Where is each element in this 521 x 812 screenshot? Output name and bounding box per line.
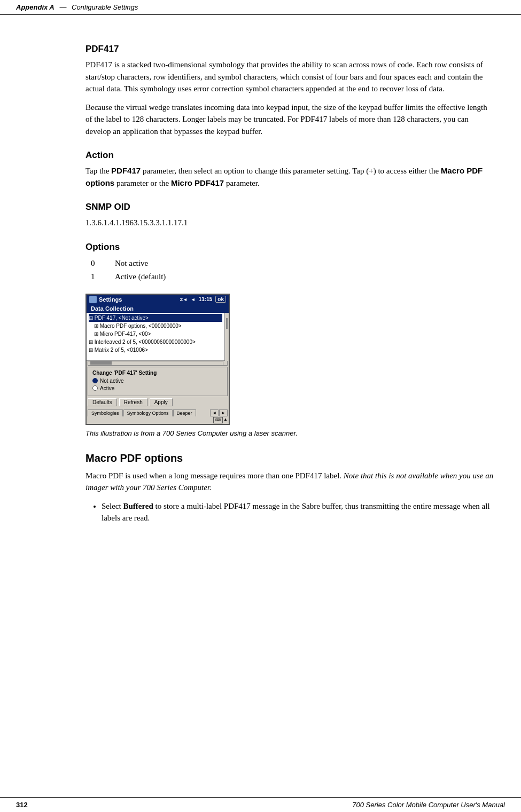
action-text-before: Tap the xyxy=(85,167,111,175)
signal-icon: ≠◄ xyxy=(180,297,188,302)
options-heading: Options xyxy=(85,242,494,253)
appendix-text: Appendix A xyxy=(16,3,55,11)
screen-time: 11:15 xyxy=(199,296,213,302)
radio-active-indicator xyxy=(92,385,98,391)
tab-symbology-options[interactable]: Symbology Options xyxy=(123,409,173,416)
action-bold1: PDF417 xyxy=(111,166,141,175)
scrollbar-thumb xyxy=(226,318,228,329)
option-1-desc: Active (default) xyxy=(115,270,166,284)
vertical-scrollbar[interactable] xyxy=(224,313,229,361)
radio-active-label: Active xyxy=(100,385,114,391)
horizontal-scrollbar[interactable] xyxy=(88,361,223,365)
settings-panel: Change 'PDF 417' Setting Not active Acti… xyxy=(88,367,228,396)
settings-panel-title: Change 'PDF 417' Setting xyxy=(92,370,223,376)
tree-item-3[interactable]: ⊞ Interleaved 2 of 5, <00000060000000000… xyxy=(89,338,222,346)
h-scrollbar-thumb xyxy=(90,361,112,365)
titlebar-left: Settings xyxy=(89,296,122,303)
macro-pdf-text-before: Macro PDF is used when a long message re… xyxy=(85,471,344,480)
refresh-button[interactable]: Refresh xyxy=(119,398,147,406)
tree-item-0[interactable]: ⊟ PDF 417, <Not active> xyxy=(89,314,222,322)
option-0: 0 Not active xyxy=(91,257,494,271)
action-text: Tap the PDF417 parameter, then select an… xyxy=(85,165,494,189)
keyboard-icon[interactable]: ⌨ xyxy=(213,417,223,423)
radio-not-active-label: Not active xyxy=(100,378,123,384)
option-0-desc: Not active xyxy=(115,257,148,271)
tree-item-4[interactable]: ⊞ Matrix 2 of 5, <01006> xyxy=(89,346,222,354)
tab-bar: Symbologies Symbology Options Beeper ◄ ► xyxy=(88,408,228,416)
pdf417-para2: Because the virtual wedge translates inc… xyxy=(85,101,494,138)
option-0-value: 0 xyxy=(91,257,104,271)
pdf417-heading: PDF417 xyxy=(85,44,494,54)
bullet-before: Select xyxy=(102,502,123,510)
defaults-button[interactable]: Defaults xyxy=(88,398,117,406)
macro-pdf-para1: Macro PDF is used when a long message re… xyxy=(85,470,494,494)
radio-not-active-indicator xyxy=(92,378,98,383)
bullet-after: to store a multi-label PDF417 message in… xyxy=(102,502,490,523)
action-text-mid1: parameter, then select an option to chan… xyxy=(141,167,441,175)
tree-item-1[interactable]: ⊞ Macro PDF options, <000000000> xyxy=(94,322,222,330)
screen-titlebar: Settings ≠◄ ◄ 11:15 ok xyxy=(87,295,229,304)
settings-icon xyxy=(89,296,97,303)
header-dash: — xyxy=(59,3,66,11)
volume-icon: ◄ xyxy=(191,297,196,302)
tab-symbologies[interactable]: Symbologies xyxy=(88,409,123,416)
macro-pdf-heading: Macro PDF options xyxy=(85,452,494,464)
tree-item-2[interactable]: ⊞ Micro PDF-417, <00> xyxy=(94,330,222,338)
header-appendix-label: Appendix A — Configurable Settings xyxy=(16,3,138,11)
action-bold3: Micro PDF417 xyxy=(171,178,224,187)
tab-prev-arrow[interactable]: ◄ xyxy=(210,409,219,416)
option-1-value: 1 xyxy=(91,270,104,284)
tab-nav-arrows: ◄ ► xyxy=(210,409,228,416)
pdf417-para1: PDF417 is a stacked two-dimensional symb… xyxy=(85,59,494,95)
data-collection-header: Data Collection xyxy=(87,304,229,313)
screenshot-container: Settings ≠◄ ◄ 11:15 ok Data Collection ⊟… xyxy=(85,294,494,437)
device-screen: Settings ≠◄ ◄ 11:15 ok Data Collection ⊟… xyxy=(85,294,230,425)
tree-scroll-container: ⊟ PDF 417, <Not active> ⊞ Macro PDF opti… xyxy=(87,313,229,361)
bullet-bold: Buffered xyxy=(123,502,153,510)
ok-button[interactable]: ok xyxy=(215,296,226,303)
header-section: Configurable Settings xyxy=(72,3,138,11)
snmp-value: 1.3.6.1.4.1.1963.15.3.3.1.1.17.1 xyxy=(85,217,494,229)
tree-list[interactable]: ⊟ PDF 417, <Not active> ⊞ Macro PDF opti… xyxy=(87,313,224,361)
options-table: 0 Not active 1 Active (default) xyxy=(91,257,494,284)
radio-active[interactable]: Active xyxy=(92,385,223,391)
macro-pdf-bullets: Select Buffered to store a multi-label P… xyxy=(102,500,494,524)
action-text-mid2: parameter or the xyxy=(114,179,171,187)
option-1: 1 Active (default) xyxy=(91,270,494,284)
snmp-heading: SNMP OID xyxy=(85,202,494,212)
footer-book-title: 700 Series Color Mobile Computer User's … xyxy=(352,801,505,809)
keyboard-arrow[interactable]: ▲ xyxy=(223,417,228,423)
footer: 312 700 Series Color Mobile Computer Use… xyxy=(0,797,521,812)
action-heading: Action xyxy=(85,150,494,161)
screenshot-caption: This illustration is from a 700 Series C… xyxy=(85,429,298,437)
tab-next-arrow[interactable]: ► xyxy=(219,409,228,416)
radio-not-active[interactable]: Not active xyxy=(92,378,223,384)
apply-button[interactable]: Apply xyxy=(150,398,173,406)
titlebar-right: ≠◄ ◄ 11:15 ok xyxy=(180,296,226,303)
bottom-toolbar: ⌨ ▲ xyxy=(87,416,229,424)
action-text-end: parameter. xyxy=(224,179,260,187)
buttons-row: Defaults Refresh Apply xyxy=(88,398,228,406)
footer-page-number: 312 xyxy=(16,801,28,809)
bullet-buffered: Select Buffered to store a multi-label P… xyxy=(102,500,494,524)
tab-beeper[interactable]: Beeper xyxy=(173,409,196,416)
screen-title: Settings xyxy=(99,296,122,303)
